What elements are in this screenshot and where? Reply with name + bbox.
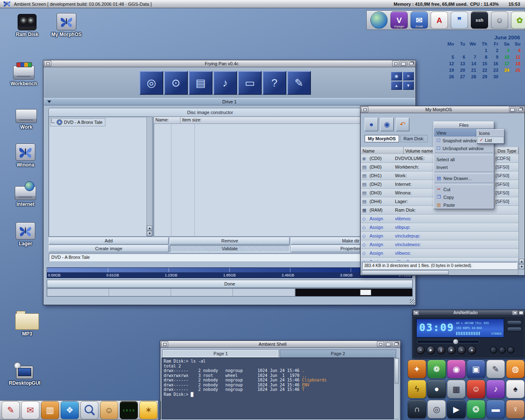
fp-toolbar-icon[interactable]: ⊙: [164, 71, 188, 95]
vertical-scrollbar[interactable]: [518, 147, 524, 269]
iconify-gadget[interactable]: [512, 310, 518, 315]
menu-item[interactable]: Invert: [434, 163, 494, 171]
app-grid-icon[interactable]: ◍: [506, 360, 525, 378]
menu-item[interactable]: ▥ Paste: [434, 201, 494, 209]
desktop-icon-mymorphos[interactable]: My MorphOS: [48, 11, 85, 37]
column-header[interactable]: Name:: [154, 117, 180, 123]
horizontal-scrollbar[interactable]: [361, 269, 518, 275]
desktop-icon-work[interactable]: Work: [7, 103, 45, 130]
menubar[interactable]: Ambient Screen [ development build: 03.0…: [0, 0, 525, 8]
resize-grip[interactable]: [410, 299, 415, 304]
app-grid-icon[interactable]: ♪: [486, 380, 505, 398]
menu-item[interactable]: ❐ Copy: [434, 193, 494, 201]
nav-button[interactable]: ◉: [380, 118, 394, 131]
app-grid-icon[interactable]: ▣: [467, 360, 485, 378]
app-grid-icon[interactable]: ▦: [447, 380, 466, 398]
dock-app-icon[interactable]: ❞: [451, 11, 468, 29]
nav-button[interactable]: ●: [365, 118, 378, 131]
terminal-scrollbar[interactable]: [394, 358, 399, 419]
column-header[interactable]: Dos Type: [496, 147, 518, 154]
submenu-item[interactable]: Icons: [477, 130, 504, 137]
knob-dial[interactable]: [507, 347, 514, 354]
fp-gadget-button[interactable]: ▼: [403, 81, 414, 90]
desktop-icon-workbench[interactable]: Workbench: [5, 60, 43, 87]
dock-tool-icon[interactable]: ✉: [21, 401, 39, 419]
desktop-icon-rdesktopgui[interactable]: RDesktopGUI: [6, 359, 43, 386]
shell-titlebar[interactable]: Ambient Shell: [160, 341, 400, 348]
volume-row[interactable]: ◇ Assign vincludewos:: [361, 240, 518, 249]
app-grid-icon[interactable]: ●: [427, 380, 446, 398]
menu-item[interactable]: [435, 171, 493, 174]
fp-toolbar-icon[interactable]: ✎: [287, 71, 311, 95]
drive-selector[interactable]: Drive 1: [44, 98, 415, 105]
depth-gadget[interactable]: [518, 310, 524, 315]
dock-app-icon[interactable]: ssh: [471, 11, 488, 29]
app-grid-icon[interactable]: ❂: [467, 400, 485, 418]
view-submenu[interactable]: Icons ✓ List: [477, 129, 504, 144]
transport-button[interactable]: ■: [447, 346, 456, 354]
dock-app-icon[interactable]: ✿: [511, 11, 525, 29]
app-grid-icon[interactable]: ✦: [408, 360, 426, 378]
transport-button[interactable]: ∥: [437, 346, 445, 354]
app-grid-icon[interactable]: ✎: [486, 360, 505, 378]
app-grid-icon[interactable]: ❁: [427, 360, 446, 378]
checkbox-icon[interactable]: ☐: [436, 138, 441, 143]
desktop-icon-internet[interactable]: Internet: [7, 180, 44, 207]
dock-app-icon[interactable]: ✉ Email: [411, 11, 428, 29]
fp-button[interactable]: Create image: [49, 245, 169, 252]
menu-item[interactable]: [435, 183, 493, 185]
terminal[interactable]: Ram Disk:> ls -altotal 2drwx------ 2 nob…: [162, 358, 394, 419]
zoom-gadget[interactable]: [385, 341, 392, 347]
path-button[interactable]: My MorphOS: [365, 135, 399, 142]
nav-button[interactable]: ↶: [396, 118, 409, 131]
desktop-icon-ramdisk[interactable]: Ram Disk: [8, 11, 46, 37]
menu-item[interactable]: ☐ UnSnapshot window: [434, 144, 494, 152]
app-grid-icon[interactable]: ▶: [447, 400, 466, 418]
fp-button[interactable]: Add: [49, 237, 169, 244]
dropdown-arrow-icon[interactable]: [47, 100, 51, 103]
knob-dial[interactable]: [490, 347, 497, 354]
column-header[interactable]: Name: [361, 147, 404, 154]
app-grid-icon[interactable]: ▬: [486, 400, 505, 418]
dock-tool-icon[interactable]: [120, 401, 138, 419]
volume-knob[interactable]: [453, 339, 459, 345]
fp-tab[interactable]: Disc image constructor: [48, 108, 372, 116]
close-gadget[interactable]: [161, 341, 168, 347]
volume-row[interactable]: ◇ Assign vlibos3:: [361, 258, 518, 261]
volume-row[interactable]: ◇ Assign vincludepup:: [361, 232, 518, 240]
app-grid-icon[interactable]: ◎: [427, 400, 446, 418]
app-grid-icon[interactable]: ♠: [506, 380, 525, 398]
fp-toolbar-icon[interactable]: ?: [262, 71, 286, 95]
fp-toolbar-icon[interactable]: ◎: [139, 71, 163, 95]
desktop-icon-mp3[interactable]: MP3: [8, 310, 46, 337]
fp-titlebar[interactable]: Frying Pan v0.4c: [43, 60, 415, 67]
volume-row[interactable]: ◇ Assign vlibmos:: [361, 215, 518, 223]
app-grid-icon[interactable]: ϟ: [408, 380, 426, 398]
playlist-pill-button[interactable]: [507, 327, 522, 332]
app-grid-icon[interactable]: ∩: [408, 400, 426, 418]
transport-button[interactable]: «: [416, 346, 425, 354]
fp-gadget-button[interactable]: ▲: [391, 81, 402, 90]
iconify-gadget[interactable]: [392, 61, 399, 66]
menu-item[interactable]: Select all: [434, 155, 494, 163]
menu-item[interactable]: [435, 153, 493, 155]
zoom-gadget[interactable]: [400, 61, 407, 66]
volume-slider[interactable]: [417, 340, 479, 343]
scroll-up-button[interactable]: [147, 226, 152, 231]
disc-label-field[interactable]: DVD - A Bronx Tale: [49, 253, 411, 261]
close-gadget[interactable]: [413, 310, 419, 315]
app-grid-icon[interactable]: ♀: [506, 400, 525, 418]
fp-gadget-button[interactable]: ◉: [391, 72, 402, 80]
fp-button[interactable]: Remove: [170, 237, 290, 244]
radio-titlebar[interactable]: AmiNetRadio: [413, 310, 525, 316]
fp-toolbar-icon[interactable]: ♪: [213, 71, 237, 95]
desktop-icon-lager[interactable]: Lager: [7, 220, 44, 247]
dock-app-icon[interactable]: ☺: [491, 11, 508, 29]
close-gadget[interactable]: [361, 107, 368, 112]
dock-tool-icon[interactable]: ▥: [41, 401, 59, 419]
tree-item-disc[interactable]: DVD - A Bronx Tale: [50, 118, 105, 126]
eq-pill-button[interactable]: [507, 320, 522, 325]
app-grid-icon[interactable]: ◉: [447, 360, 466, 378]
dock-tool-icon[interactable]: ✎: [2, 401, 20, 419]
iconify-gadget[interactable]: [377, 341, 384, 347]
